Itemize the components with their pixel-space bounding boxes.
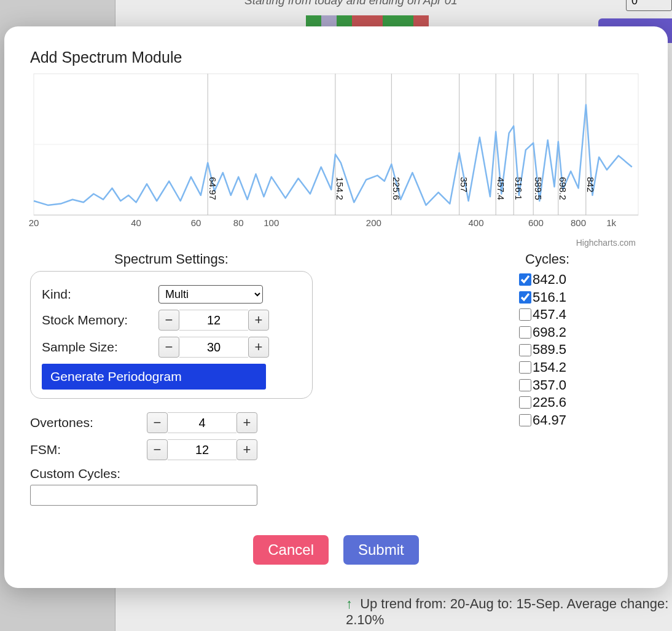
stock-memory-increment[interactable]: + (248, 310, 269, 331)
generate-periodogram-button[interactable]: Generate Periodogram (42, 364, 266, 390)
overtones-value[interactable]: 4 (168, 412, 236, 433)
cycle-checkbox[interactable] (519, 344, 531, 356)
chart-tick-label: 20 (29, 218, 39, 228)
cancel-button[interactable]: Cancel (253, 535, 329, 565)
chart-peak-label: 225.6 (391, 177, 402, 200)
chart-peak-label: 357 (459, 177, 469, 192)
cycle-value: 357.0 (533, 377, 566, 394)
cycle-checkbox[interactable] (519, 361, 531, 374)
chart-tick-label: 60 (191, 218, 201, 228)
cycle-checkbox[interactable] (519, 379, 531, 391)
overtones-increment[interactable]: + (236, 412, 257, 433)
chart-peak-label: 698.2 (558, 177, 568, 200)
cycle-checkbox[interactable] (519, 414, 531, 426)
cycle-value: 457.4 (533, 306, 566, 324)
cycle-value: 516.1 (533, 289, 566, 307)
cycle-item[interactable]: 357.0 (519, 377, 642, 394)
chart-peak-label: 457.4 (496, 177, 506, 200)
chart-peak-label: 842 (585, 177, 596, 192)
chart-tick-label: 1k (606, 218, 616, 228)
cycle-checkbox[interactable] (519, 273, 531, 286)
chart-credit[interactable]: Highcharts.com (576, 238, 636, 248)
sample-size-value[interactable]: 30 (179, 337, 248, 358)
add-spectrum-modal: Add Spectrum Module Highcharts.com 64.97… (4, 26, 668, 588)
chart-tick-label: 800 (571, 218, 586, 228)
cycle-value: 154.2 (533, 359, 566, 377)
kind-label: Kind: (42, 287, 158, 302)
stock-memory-label: Stock Memory: (42, 313, 158, 327)
cycle-item[interactable]: 225.6 (519, 394, 642, 412)
chart-tick-label: 600 (528, 218, 544, 228)
fsm-decrement[interactable]: − (147, 439, 168, 460)
chart-peak-label: 154.2 (335, 177, 345, 200)
cycle-item[interactable]: 516.1 (519, 289, 642, 307)
spectrum-settings-heading: Spectrum Settings: (30, 251, 313, 267)
fsm-stepper: − 12 + (147, 439, 257, 460)
sample-size-increment[interactable]: + (248, 337, 269, 358)
cycle-item[interactable]: 457.4 (519, 306, 642, 324)
stock-memory-stepper: − 12 + (158, 310, 269, 331)
sample-size-stepper: − 30 + (158, 337, 269, 358)
cycle-value: 64.97 (533, 412, 566, 429)
cycle-value: 225.6 (533, 394, 566, 412)
cycle-value: 842.0 (533, 271, 566, 289)
cycle-item[interactable]: 842.0 (519, 271, 642, 289)
stock-memory-decrement[interactable]: − (158, 310, 179, 331)
cycle-checkbox[interactable] (519, 291, 531, 304)
fsm-value[interactable]: 12 (168, 439, 236, 460)
cycle-checkbox[interactable] (519, 308, 531, 321)
spectrum-settings-box: Kind: Multi Stock Memory: − 12 + Sample … (30, 271, 313, 399)
cycle-value: 698.2 (533, 324, 566, 342)
cycle-item[interactable]: 698.2 (519, 324, 642, 342)
fsm-label: FSM: (30, 442, 147, 457)
chart-tick-label: 200 (366, 218, 381, 228)
spectrum-chart: Highcharts.com 64.97154.2225.6357457.451… (30, 73, 642, 248)
cycle-checkbox[interactable] (519, 326, 531, 339)
chart-peak-label: 589.5 (533, 177, 544, 200)
overtones-stepper: − 4 + (147, 412, 257, 433)
custom-cycles-input[interactable] (30, 485, 257, 506)
chart-tick-label: 400 (468, 218, 483, 228)
chart-tick-label: 80 (233, 218, 244, 228)
cycle-item[interactable]: 64.97 (519, 412, 642, 429)
fsm-increment[interactable]: + (236, 439, 257, 460)
cycle-value: 589.5 (533, 341, 566, 359)
cycles-heading: Cycles: (519, 251, 642, 267)
sample-size-label: Sample Size: (42, 340, 158, 355)
chart-tick-label: 40 (131, 218, 141, 228)
cycle-item[interactable]: 589.5 (519, 341, 642, 359)
cycle-item[interactable]: 154.2 (519, 359, 642, 377)
chart-peak-label: 64.97 (208, 177, 218, 200)
submit-button[interactable]: Submit (343, 535, 419, 565)
modal-title: Add Spectrum Module (30, 49, 642, 66)
stock-memory-value[interactable]: 12 (179, 310, 248, 331)
chart-peak-label: 516.1 (514, 177, 524, 200)
overtones-label: Overtones: (30, 415, 147, 430)
cycle-checkbox[interactable] (519, 396, 531, 409)
sample-size-decrement[interactable]: − (158, 337, 179, 358)
chart-tick-label: 100 (264, 218, 279, 228)
custom-cycles-label: Custom Cycles: (30, 466, 147, 481)
overtones-decrement[interactable]: − (147, 412, 168, 433)
kind-select[interactable]: Multi (158, 285, 263, 304)
